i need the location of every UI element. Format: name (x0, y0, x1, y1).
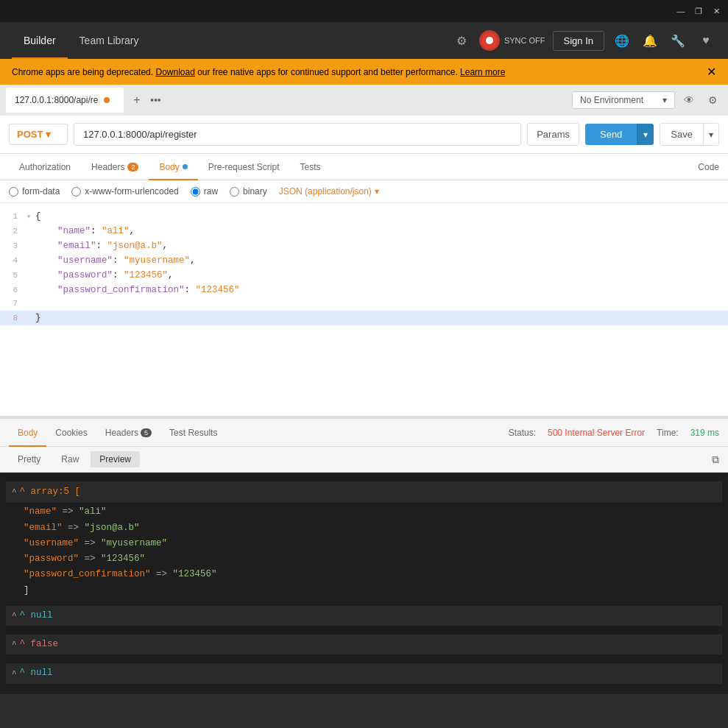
learn-more-link[interactable]: Learn more (460, 67, 505, 77)
resp-bracket-close: ] (24, 583, 716, 598)
heart-icon[interactable]: ♥ (696, 30, 716, 51)
minimize-button[interactable]: — (675, 5, 687, 17)
resp-item-password-confirmation: "password_confirmation" => "123456" (24, 567, 716, 582)
eye-icon[interactable]: 👁 (679, 91, 699, 110)
resp-null-1-header[interactable]: ^ ^ null (6, 606, 722, 626)
resp-array-items: "name" => "ali" "email" => "json@a.b" "u… (12, 504, 716, 598)
form-data-radio[interactable] (9, 187, 18, 197)
bell-icon[interactable]: 🔔 (640, 30, 660, 51)
url-tab[interactable]: 127.0.0.1:8000/api/re (6, 88, 124, 113)
params-button[interactable]: Params (527, 123, 579, 146)
navbar: Builder Team Library ⚙ SYNC OFF Sign In … (0, 22, 728, 59)
tab-authorization[interactable]: Authorization (9, 154, 81, 180)
env-dropdown[interactable]: No Environment ▾ (572, 91, 675, 109)
send-dropdown-button[interactable]: ▾ (637, 124, 654, 145)
time-value: 319 ms (690, 428, 719, 438)
tab-headers[interactable]: Headers 2 (81, 154, 149, 180)
code-line-3: 3 "email": "json@a.b", (0, 238, 728, 253)
code-line-8: 8 } (0, 311, 728, 325)
nav-tab-builder[interactable]: Builder (12, 22, 68, 59)
tab-tests[interactable]: Tests (289, 154, 331, 180)
code-line-7: 7 (0, 297, 728, 311)
status-value: 500 Internal Server Error (548, 428, 645, 438)
method-label: POST (17, 129, 43, 140)
tab-more-button[interactable]: ••• (150, 94, 161, 106)
json-format-selector[interactable]: JSON (application/json) ▾ (279, 186, 379, 197)
globe-icon[interactable]: 🌐 (612, 30, 632, 51)
warning-text: Chrome apps are being deprecated. Downlo… (12, 67, 505, 77)
env-settings-icon[interactable]: ⚙ (703, 91, 722, 110)
new-tab-button[interactable]: + (128, 91, 146, 109)
resp-tab-cookies[interactable]: Cookies (46, 419, 96, 447)
send-button[interactable]: Send (585, 124, 637, 145)
close-button[interactable]: ✕ (710, 5, 722, 17)
titlebar: — ❐ ✕ (0, 0, 728, 22)
response-body-tabs: Pretty Raw Preview ⧉ (0, 447, 728, 473)
resp-null-2-header[interactable]: ^ ^ null (6, 663, 722, 683)
binary-option[interactable]: binary (230, 186, 267, 197)
resp-tab-headers[interactable]: Headers 5 (96, 419, 160, 447)
resp-tab-body[interactable]: Body (9, 419, 46, 447)
code-editor[interactable]: 1 ▾ { 2 "name": "ali", 3 "email": "json@… (0, 203, 728, 417)
request-tabs: Authorization Headers 2 Body Pre-request… (0, 154, 728, 180)
navbar-right: ⚙ SYNC OFF Sign In 🌐 🔔 🔧 ♥ (451, 30, 716, 51)
chevron-down-icon: ▾ (662, 95, 667, 105)
resp-headers-badge: 5 (141, 428, 152, 437)
json-chevron-icon: ▾ (375, 186, 379, 197)
nav-tab-team-library[interactable]: Team Library (68, 22, 151, 59)
resp-preview-tab[interactable]: Preview (91, 451, 140, 467)
url-input[interactable] (74, 123, 521, 146)
response-section: Body Cookies Headers 5 Test Results Stat… (0, 417, 728, 694)
resp-array-header[interactable]: ^ ^ array:5 [ (6, 481, 722, 503)
copy-button[interactable]: ⧉ (712, 453, 719, 466)
save-button[interactable]: Save (660, 124, 703, 145)
tab-pre-request-script[interactable]: Pre-request Script (198, 154, 290, 180)
method-chevron-icon: ▾ (46, 129, 51, 140)
raw-option[interactable]: raw (191, 186, 218, 197)
signin-button[interactable]: Sign In (553, 31, 604, 51)
resp-raw-tab[interactable]: Raw (52, 451, 88, 467)
sync-circle (479, 30, 500, 51)
env-selector: No Environment ▾ 👁 ⚙ (572, 91, 722, 110)
send-button-group: Send ▾ (585, 124, 654, 145)
nav-tabs: Builder Team Library (12, 22, 451, 59)
save-dropdown-button[interactable]: ▾ (703, 124, 718, 145)
resp-item-password: "password" => "123456" (24, 551, 716, 567)
headers-badge: 2 (127, 163, 138, 172)
resp-item-name: "name" => "ali" (24, 504, 716, 520)
resp-tab-test-results[interactable]: Test Results (160, 419, 226, 447)
code-line-4: 4 "username": "myusername", (0, 253, 728, 268)
url-tab-text: 127.0.0.1:8000/api/re (15, 95, 98, 105)
resp-pretty-tab[interactable]: Pretty (9, 451, 49, 467)
wrench-icon[interactable]: 🔧 (668, 30, 688, 51)
save-button-group: Save ▾ (660, 123, 719, 146)
resp-item-username: "username" => "myusername" (24, 536, 716, 551)
code-line-2: 2 "name": "ali", (0, 224, 728, 238)
binary-radio[interactable] (230, 187, 239, 197)
gear-icon[interactable]: ⚙ (451, 30, 472, 51)
response-tabs-bar: Body Cookies Headers 5 Test Results Stat… (0, 419, 728, 447)
body-dot-badge (183, 164, 188, 169)
tab-body[interactable]: Body (149, 154, 197, 180)
x-www-form-urlencoded-option[interactable]: x-www-form-urlencoded (71, 186, 178, 197)
response-status-info: Status: 500 Internal Server Error Time: … (509, 428, 719, 438)
warning-bar: Chrome apps are being deprecated. Downlo… (0, 59, 728, 85)
maximize-button[interactable]: ❐ (693, 5, 704, 17)
x-www-form-urlencoded-radio[interactable] (71, 187, 81, 197)
code-line-1: 1 ▾ { (0, 209, 728, 224)
tab-bar: 127.0.0.1:8000/api/re + ••• No Environme… (0, 85, 728, 116)
code-link[interactable]: Code (698, 162, 719, 172)
download-link[interactable]: Download (155, 67, 194, 77)
sync-label: SYNC OFF (504, 36, 545, 45)
raw-radio[interactable] (191, 187, 200, 197)
tab-dot (104, 97, 110, 103)
sync-button[interactable]: SYNC OFF (479, 30, 545, 51)
request-bar: POST ▾ Params Send ▾ Save ▾ (0, 116, 728, 154)
resp-item-email: "email" => "json@a.b" (24, 520, 716, 536)
response-preview: ^ ^ array:5 [ "name" => "ali" "email" =>… (0, 473, 728, 694)
method-selector[interactable]: POST ▾ (9, 124, 68, 145)
body-options: form-data x-www-form-urlencoded raw bina… (0, 180, 728, 203)
warning-close-button[interactable]: ✕ (707, 65, 716, 79)
resp-false-header[interactable]: ^ ^ false (6, 635, 722, 654)
form-data-option[interactable]: form-data (9, 186, 60, 197)
